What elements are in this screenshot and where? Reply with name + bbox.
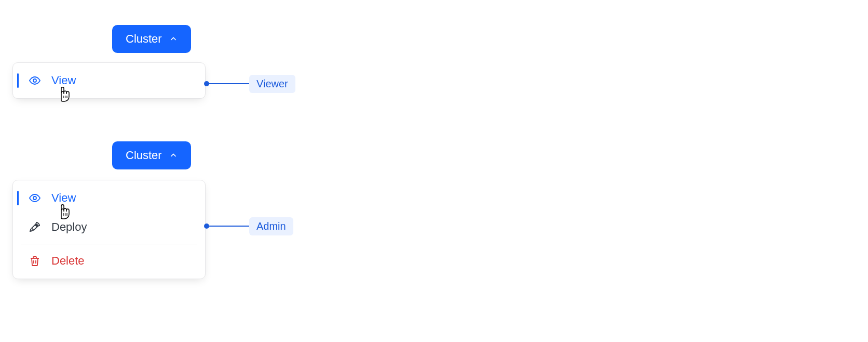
menu-item-label: Delete (51, 254, 85, 268)
chevron-up-icon (169, 35, 178, 43)
cluster-dropdown-button[interactable]: Cluster (112, 141, 191, 169)
chevron-up-icon (169, 151, 178, 160)
menu-item-delete[interactable]: Delete (13, 246, 205, 275)
svg-point-5 (36, 225, 37, 226)
cluster-dropdown-panel: View (12, 62, 206, 99)
menu-item-label: View (51, 191, 76, 205)
cluster-dropdown-panel: View Deploy Delete (12, 180, 206, 279)
role-label-text: Viewer (256, 78, 288, 89)
cluster-dropdown-button[interactable]: Cluster (112, 25, 191, 53)
rocket-icon (29, 221, 41, 233)
cluster-button-label: Cluster (126, 149, 162, 162)
cluster-button-label: Cluster (126, 32, 162, 46)
menu-item-view[interactable]: View (13, 183, 205, 213)
menu-item-view[interactable]: View (13, 66, 205, 95)
role-label-viewer: Viewer (249, 75, 295, 93)
connector-line (207, 83, 249, 84)
menu-item-label: View (51, 74, 76, 87)
trash-icon (29, 255, 41, 267)
menu-divider (21, 244, 197, 244)
role-label-admin: Admin (249, 217, 293, 235)
connector-line (207, 226, 249, 227)
eye-icon (29, 192, 41, 204)
menu-item-label: Deploy (51, 220, 87, 234)
svg-point-4 (33, 196, 36, 200)
svg-point-0 (33, 79, 36, 82)
eye-icon (29, 74, 41, 87)
menu-item-deploy[interactable]: Deploy (13, 213, 205, 242)
role-label-text: Admin (256, 220, 286, 232)
